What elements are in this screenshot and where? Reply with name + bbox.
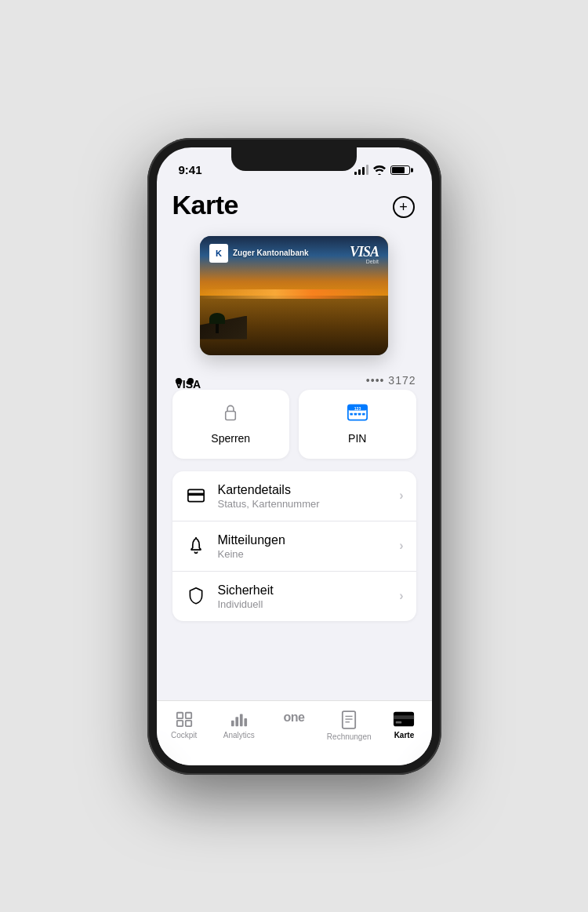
menu-item-kartendetails[interactable]: Kartendetails Status, Kartennummer ›: [172, 471, 416, 521]
tab-cockpit[interactable]: Cockpit: [157, 709, 212, 739]
tab-analytics[interactable]: Analytics: [212, 709, 267, 739]
analytics-icon: [230, 710, 249, 728]
svg-rect-7: [358, 412, 361, 415]
pin-icon: 123: [347, 404, 368, 426]
tab-one[interactable]: one: [267, 709, 321, 725]
menu-item-mitteilungen[interactable]: Mitteilungen Keine ›: [172, 521, 416, 572]
visa-debit-label: Debit: [350, 259, 379, 264]
notch: [231, 147, 357, 171]
svg-rect-8: [362, 412, 365, 415]
svg-rect-10: [187, 493, 203, 496]
page-title: Karte: [172, 190, 238, 220]
tab-one-label: one: [284, 710, 305, 725]
card-overlay: K Zuger Kantonalbank VISA Debit: [200, 236, 388, 355]
tab-karte-label: Karte: [394, 731, 415, 739]
signal-icon: [354, 165, 368, 175]
svg-rect-18: [240, 714, 243, 726]
svg-rect-14: [176, 720, 182, 725]
svg-rect-5: [350, 412, 352, 415]
sicherheit-title: Sicherheit: [218, 583, 389, 598]
svg-rect-6: [354, 412, 356, 415]
sperren-button[interactable]: Sperren: [172, 390, 290, 459]
pin-button[interactable]: 123 PIN: [299, 390, 416, 459]
chevron-right-icon: ›: [399, 589, 403, 603]
menu-item-sicherheit[interactable]: Sicherheit Individuell ›: [172, 572, 416, 621]
shield-icon: [188, 587, 204, 605]
tab-analytics-label: Analytics: [223, 731, 255, 739]
svg-rect-25: [394, 715, 414, 719]
kartendetails-title: Kartendetails: [218, 482, 389, 497]
card-container: K Zuger Kantonalbank VISA Debit: [172, 236, 416, 355]
tab-rechnungen-label: Rechnungen: [327, 732, 372, 741]
svg-rect-19: [244, 718, 247, 726]
svg-text:123: 123: [354, 405, 361, 410]
phone-screen: 9:41: [157, 147, 432, 765]
main-content: Karte +: [157, 182, 432, 700]
pin-label: PIN: [348, 432, 366, 445]
chevron-right-icon: ›: [399, 489, 403, 503]
karte-icon: [393, 710, 415, 728]
chevron-right-icon: ›: [399, 539, 403, 553]
bank-logo-area: K Zuger Kantonalbank: [209, 244, 309, 263]
rechnungen-icon: [341, 710, 357, 729]
tab-cockpit-label: Cockpit: [171, 731, 197, 739]
visa-area: VISA Debit: [350, 244, 379, 264]
tab-bar: Cockpit Analytics one: [157, 700, 432, 765]
svg-rect-1: [226, 411, 236, 420]
sicherheit-subtitle: Individuell: [218, 598, 389, 610]
svg-rect-20: [343, 711, 355, 729]
visa-logo: VISA: [350, 244, 379, 260]
svg-rect-12: [176, 712, 182, 718]
card-header-row: K Zuger Kantonalbank VISA Debit: [209, 244, 379, 264]
lock-icon: [222, 404, 239, 426]
bank-name: Zuger Kantonalbank: [233, 249, 309, 257]
zkb-logo: K: [209, 244, 228, 263]
wifi-icon: [373, 165, 386, 175]
add-circle-icon: +: [393, 196, 415, 218]
phone-frame: 9:41: [147, 138, 441, 775]
svg-rect-16: [231, 720, 234, 725]
svg-rect-17: [235, 717, 238, 726]
cockpit-icon: [175, 710, 194, 728]
sperren-label: Sperren: [211, 432, 250, 445]
bell-icon: [188, 537, 204, 554]
status-icons: [354, 165, 410, 175]
kartendetails-subtitle: Status, Kartennummer: [218, 498, 389, 510]
status-time: 9:41: [179, 163, 202, 176]
tab-karte[interactable]: Karte: [376, 709, 431, 739]
card-icon: [187, 489, 205, 503]
battery-icon: [390, 165, 410, 175]
svg-rect-13: [185, 712, 191, 718]
mitteilungen-title: Mitteilungen: [218, 532, 389, 547]
svg-rect-26: [396, 721, 401, 723]
card-info-row: VISA CHF •••• 3172: [172, 368, 416, 390]
card-label: VISA CHF: [172, 374, 194, 387]
card-number: •••• 3172: [366, 374, 416, 387]
bank-card[interactable]: K Zuger Kantonalbank VISA Debit: [200, 236, 388, 355]
menu-list: Kartendetails Status, Kartennummer ›: [172, 471, 416, 622]
action-buttons: Sperren 123: [172, 390, 416, 459]
tab-rechnungen[interactable]: Rechnungen: [321, 709, 376, 741]
mitteilungen-subtitle: Keine: [218, 548, 389, 560]
svg-rect-15: [185, 720, 191, 725]
add-button[interactable]: +: [391, 194, 416, 220]
page-header: Karte +: [172, 182, 416, 236]
